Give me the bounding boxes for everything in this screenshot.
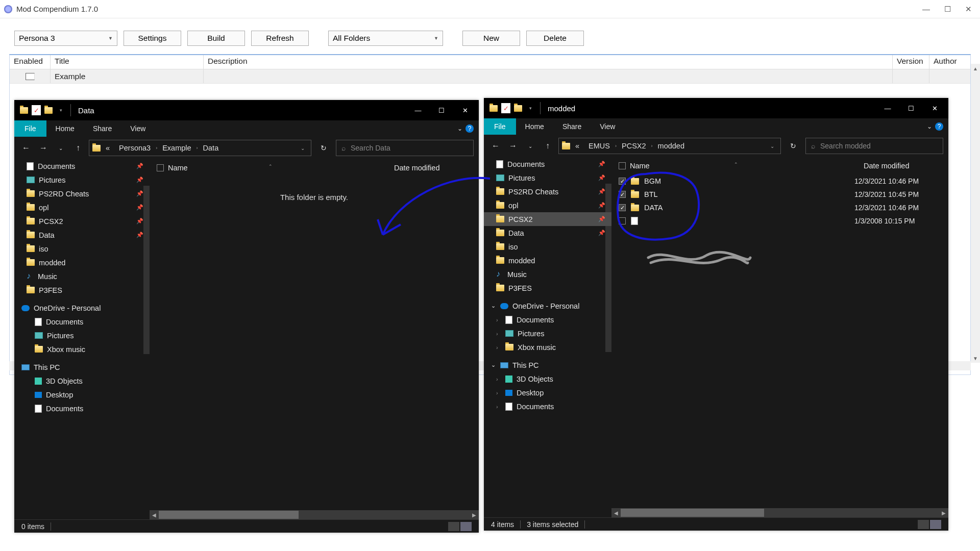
sidebar-item[interactable]: ›3D Objects [484,372,611,386]
selectall-checkbox[interactable] [157,164,164,171]
sidebar-item[interactable]: PS2RD Cheats📌 [14,187,150,201]
crumb[interactable]: Persona3 [115,144,155,152]
sidebar-item[interactable]: opl📌 [14,201,150,214]
build-button[interactable]: Build [187,31,245,46]
sidebar-item[interactable]: modded [14,256,150,269]
refresh-button[interactable]: ↻ [315,140,332,156]
grid-row[interactable]: Example [10,69,970,84]
content-pane[interactable]: ⌃ Name Date modified ✓BGM12/3/2021 10:46… [611,157,948,517]
sidebar-item[interactable]: Documents [14,402,150,415]
sidebar-item[interactable]: PCSX2📌 [14,214,150,228]
sidebar-item[interactable]: modded [484,254,611,267]
sidebar-item[interactable]: Pictures📌 [484,171,611,185]
col-name[interactable]: Name [168,164,188,172]
address-bar[interactable]: « Persona3› Example› Data ⌄ [89,140,311,156]
search-input[interactable]: ⌕ Search modded [805,138,943,154]
ribbon-chevron-icon[interactable]: ⌄ [927,123,932,130]
delete-button[interactable]: Delete [526,31,584,46]
file-checkbox[interactable]: ✓ [619,191,626,198]
sidebar-item[interactable]: Data📌 [484,226,611,240]
refresh-button[interactable]: ↻ [785,138,801,154]
sidebar[interactable]: Documents📌Pictures📌PS2RD Cheats📌opl📌PCSX… [484,157,611,517]
sidebar-onedrive[interactable]: OneDrive - Personal [14,301,150,315]
sidebar-thispc[interactable]: ⌄This PC [484,358,611,372]
sidebar-item[interactable]: ›Documents [484,313,611,327]
up-button[interactable]: ↑ [541,139,554,153]
close-button[interactable]: ✕ [923,98,946,118]
col-description[interactable]: Description [204,55,893,69]
file-checkbox[interactable]: ✓ [619,204,626,211]
ribbon-chevron-icon[interactable]: ⌄ [457,125,462,132]
sidebar-item[interactable]: 3D Objects [14,374,150,388]
content-hscroll[interactable]: ◀▶ [611,508,948,517]
file-row[interactable]: ✓BTL12/3/2021 10:45 PM [611,188,948,201]
close-button[interactable]: ✕ [453,100,477,120]
crumb[interactable]: Example [158,144,195,152]
content-hscroll[interactable]: ◀▶ [150,510,479,519]
sidebar-item[interactable]: PS2RD Cheats📌 [484,185,611,198]
view-tab[interactable]: View [121,120,155,137]
sidebar-item[interactable]: ›Xbox music [484,340,611,354]
minimize-button[interactable]: — [876,98,899,118]
scroll-down-icon[interactable]: ▼ [971,354,980,363]
file-row[interactable]: ✓BGM12/3/2021 10:46 PM [611,174,948,188]
share-tab[interactable]: Share [553,118,591,135]
col-date[interactable]: Date modified [856,162,948,170]
col-author[interactable]: Author [929,55,970,69]
share-tab[interactable]: Share [84,120,121,137]
maximize-button[interactable]: ☐ [944,5,951,14]
app-vscroll[interactable]: ▲ ▼ [971,64,980,363]
sidebar-item[interactable]: Pictures [14,329,150,342]
sidebar-item[interactable]: P3FES [484,281,611,295]
minimize-button[interactable]: — [406,100,430,120]
crumb[interactable]: modded [654,142,689,150]
col-enabled[interactable]: Enabled [10,55,51,69]
sidebar-item[interactable]: Xbox music [14,342,150,356]
sidebar-item[interactable]: ♪Music [484,267,611,281]
crumb[interactable]: PCSX2 [618,142,650,150]
selectall-checkbox[interactable] [619,162,626,169]
col-version[interactable]: Version [893,55,929,69]
qa-dropdown-icon[interactable]: ▾ [526,104,535,113]
sidebar-item[interactable]: Documents📌 [14,159,150,173]
view-toggle[interactable] [918,520,941,529]
forward-button[interactable]: → [506,139,520,153]
sidebar-item[interactable]: opl📌 [484,198,611,212]
file-tab[interactable]: File [14,120,46,137]
sidebar-item[interactable]: Data📌 [14,228,150,242]
up-button[interactable]: ↑ [71,141,85,155]
view-toggle[interactable] [448,522,472,531]
view-tab[interactable]: View [591,118,624,135]
col-name[interactable]: Name [630,162,650,170]
file-row[interactable]: 1/3/2008 10:15 PM [611,214,948,228]
game-dropdown[interactable]: Persona 3 ▼ [14,31,117,46]
folder-dropdown[interactable]: All Folders ▼ [328,31,443,46]
sidebar-item[interactable]: ›Documents [484,399,611,413]
home-tab[interactable]: Home [46,120,84,137]
maximize-button[interactable]: ☐ [430,100,453,120]
sidebar-item[interactable]: Desktop [14,388,150,402]
sidebar-item[interactable]: iso [484,240,611,254]
sidebar[interactable]: Documents📌Pictures📌PS2RD Cheats📌opl📌PCSX… [14,159,150,519]
file-tab[interactable]: File [484,118,516,135]
sidebar-item[interactable]: iso [14,242,150,256]
crumb[interactable]: EMUS [584,142,614,150]
sidebar-item[interactable]: Pictures📌 [14,173,150,187]
recent-dropdown[interactable]: ⌄ [54,141,67,155]
settings-button[interactable]: Settings [124,31,181,46]
qa-dropdown-icon[interactable]: ▾ [56,106,65,115]
refresh-button[interactable]: Refresh [251,31,309,46]
address-bar[interactable]: « EMUS› PCSX2› modded ⌄ [558,138,781,154]
sidebar-item[interactable]: ›Desktop [484,386,611,399]
maximize-button[interactable]: ☐ [899,98,923,118]
sidebar-item[interactable]: ♪Music [14,269,150,283]
scroll-up-icon[interactable]: ▲ [971,64,980,73]
addr-dropdown-icon[interactable]: ⌄ [770,143,777,149]
content-pane[interactable]: ⌃ Name Date modified This folder is empt… [150,159,479,519]
sidebar-item[interactable]: Documents📌 [484,157,611,171]
forward-button[interactable]: → [37,141,50,155]
sidebar-onedrive[interactable]: ⌄OneDrive - Personal [484,299,611,313]
back-button[interactable]: ← [489,139,502,153]
sidebar-item[interactable]: ›Pictures [484,327,611,340]
sidebar-item[interactable]: P3FES [14,283,150,297]
